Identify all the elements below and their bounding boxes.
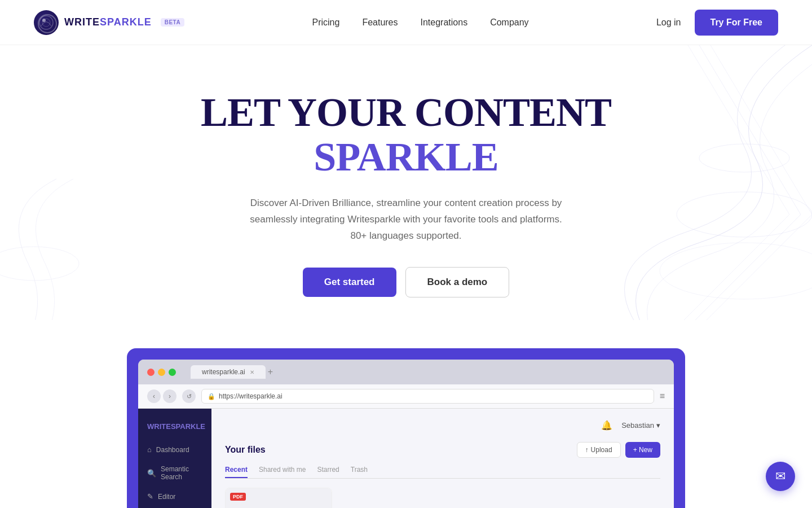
sidebar-item-dashboard[interactable]: ⌂ Dashboard bbox=[138, 440, 211, 459]
url-bar[interactable]: 🔒 https://writesparkle.ai bbox=[201, 389, 654, 404]
nav-link-pricing[interactable]: Pricing bbox=[312, 17, 339, 28]
hero-subtext: Discover AI-Driven Brilliance, streamlin… bbox=[242, 195, 570, 244]
browser-menu-icon[interactable]: ≡ bbox=[660, 391, 665, 401]
svg-point-0 bbox=[39, 16, 53, 29]
traffic-light-green[interactable] bbox=[169, 369, 176, 376]
traffic-light-yellow[interactable] bbox=[158, 369, 165, 376]
sidebar-label-editor: Editor bbox=[158, 493, 175, 501]
app-topbar: 🔔 Sebastian ▾ bbox=[225, 420, 660, 431]
browser-tabs: writesparkle.ai ✕ + bbox=[191, 365, 273, 379]
logo-sparkle: SPARKLE bbox=[100, 16, 152, 28]
user-info: Sebastian ▾ bbox=[621, 421, 660, 430]
app-preview-container: writesparkle.ai ✕ + ‹ › ↺ 🔒 https://writ… bbox=[0, 326, 812, 508]
login-link[interactable]: Log in bbox=[656, 17, 681, 28]
tab-shared[interactable]: Shared with me bbox=[259, 466, 306, 478]
upload-button[interactable]: ↑ Upload bbox=[577, 442, 621, 458]
svg-point-2 bbox=[42, 19, 46, 22]
traffic-lights bbox=[147, 369, 176, 376]
upload-icon: ↑ bbox=[585, 446, 589, 454]
logo: WRITESPARKLE BETA bbox=[34, 10, 184, 35]
user-name: Sebastian bbox=[621, 421, 654, 430]
forward-button[interactable]: › bbox=[163, 389, 176, 403]
tab-starred[interactable]: Starred bbox=[317, 466, 339, 478]
app-main: 🔔 Sebastian ▾ Your files ↑ Upload bbox=[211, 409, 674, 508]
files-header: Your files ↑ Upload + New bbox=[225, 442, 660, 458]
nav-links: Pricing Features Integrations Company bbox=[312, 17, 528, 28]
tab-label: writesparkle.ai bbox=[202, 368, 245, 376]
tab-recent[interactable]: Recent bbox=[225, 466, 248, 478]
pdf-badge: PDF bbox=[230, 493, 246, 501]
browser-urlbar: ‹ › ↺ 🔒 https://writesparkle.ai ≡ bbox=[138, 384, 674, 409]
book-demo-button[interactable]: Book a demo bbox=[405, 267, 510, 297]
sidebar-item-semantic-search[interactable]: 🔍 Semantic Search bbox=[138, 459, 211, 487]
hero-headline: LET YOUR CONTENT SPARKLE bbox=[34, 90, 778, 179]
file-card-preview: PDF No preview bbox=[226, 488, 332, 508]
lock-icon: 🔒 bbox=[208, 393, 215, 400]
nav-link-features[interactable]: Features bbox=[362, 17, 398, 28]
files-actions: ↑ Upload + New bbox=[577, 442, 660, 458]
nav-link-company[interactable]: Company bbox=[490, 17, 528, 28]
sidebar-item-editor[interactable]: ✎ Editor bbox=[138, 487, 211, 506]
tab-trash[interactable]: Trash bbox=[351, 466, 368, 478]
sidebar-logo-sparkle: SPARKLE bbox=[171, 422, 205, 431]
app-sidebar: WRITESPARKLE ⌂ Dashboard 🔍 Semantic Sear… bbox=[138, 409, 211, 508]
files-tabs: Recent Shared with me Starred Trash bbox=[225, 466, 660, 479]
browser-chrome: writesparkle.ai ✕ + ‹ › ↺ 🔒 https://writ… bbox=[138, 360, 674, 508]
logo-text: WRITESPARKLE bbox=[64, 16, 152, 28]
browser-topbar: writesparkle.ai ✕ + bbox=[138, 360, 674, 384]
back-button[interactable]: ‹ bbox=[147, 389, 161, 403]
hero-section: LET YOUR CONTENT SPARKLE Discover AI-Dri… bbox=[0, 45, 812, 320]
active-tab[interactable]: writesparkle.ai ✕ bbox=[191, 365, 266, 379]
sidebar-logo: WRITESPARKLE bbox=[138, 418, 211, 440]
tab-close-icon[interactable]: ✕ bbox=[250, 369, 254, 375]
new-tab-button[interactable]: + bbox=[268, 367, 273, 377]
app-preview: writesparkle.ai ✕ + ‹ › ↺ 🔒 https://writ… bbox=[127, 348, 685, 508]
url-text: https://writesparkle.ai bbox=[219, 392, 283, 400]
sidebar-label-semantic-search: Semantic Search bbox=[161, 465, 202, 481]
beta-badge: BETA bbox=[161, 18, 184, 27]
nav-link-integrations[interactable]: Integrations bbox=[421, 17, 468, 28]
nav-right: Log in Try For Free bbox=[656, 10, 778, 36]
logo-icon bbox=[34, 10, 59, 35]
logo-write: WRITE bbox=[64, 16, 100, 28]
notification-icon[interactable]: 🔔 bbox=[601, 420, 612, 431]
sidebar-logo-write: WRITE bbox=[147, 422, 171, 431]
hero-buttons: Get started Book a demo bbox=[34, 267, 778, 297]
browser-nav-arrows: ‹ › bbox=[147, 389, 176, 403]
svg-point-1 bbox=[42, 19, 50, 27]
refresh-button[interactable]: ↺ bbox=[182, 389, 196, 403]
user-chevron-icon: ▾ bbox=[656, 421, 660, 430]
sidebar-label-dashboard: Dashboard bbox=[156, 446, 189, 454]
file-card[interactable]: PDF No preview Essay Rubric.pdf Last edi… bbox=[225, 488, 332, 508]
dashboard-icon: ⌂ bbox=[147, 445, 152, 454]
get-started-button[interactable]: Get started bbox=[303, 268, 396, 297]
new-button[interactable]: + New bbox=[625, 442, 660, 458]
traffic-light-red[interactable] bbox=[147, 369, 155, 376]
svg-point-3 bbox=[677, 192, 812, 237]
try-for-free-button[interactable]: Try For Free bbox=[695, 10, 778, 36]
search-icon: 🔍 bbox=[147, 469, 156, 478]
app-content: WRITESPARKLE ⌂ Dashboard 🔍 Semantic Sear… bbox=[138, 409, 674, 508]
navbar: WRITESPARKLE BETA Pricing Features Integ… bbox=[0, 0, 812, 45]
editor-icon: ✎ bbox=[147, 492, 153, 501]
files-title: Your files bbox=[225, 445, 266, 455]
